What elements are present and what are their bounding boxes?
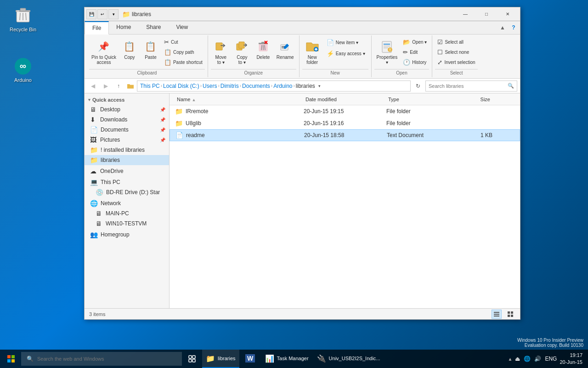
recycle-bin-label: Recycle Bin [10,27,36,32]
taskbar-app-word[interactable]: W [240,350,260,368]
desktop-icon-arduino[interactable]: ∞ Arduino [5,55,41,85]
quick-save-btn[interactable]: 💾 [86,9,96,19]
close-button[interactable]: ✕ [497,7,518,21]
edit-button[interactable]: ✏ Edit [401,47,429,57]
svg-rect-33 [494,314,499,315]
breadcrumb-bar[interactable]: This PC › Local Disk (C:) › Users › Dimi… [137,80,411,92]
col-header-date[interactable]: Date modified [304,97,386,102]
sidebar-section-homegroup: 👥 Homegroup [85,230,169,240]
tab-file[interactable]: File [85,21,109,34]
tray-volume-icon[interactable]: 🔊 [533,356,542,362]
copy-path-button[interactable]: 📋 Copy path [162,47,205,57]
sidebar-section-onedrive: ☁ OneDrive [85,166,169,176]
tray-language[interactable]: ENG [544,356,558,362]
paste-button[interactable]: 📋 Paste [141,37,161,62]
file-cell-irremote-date: 20-Jun-15 19:15 [304,108,386,115]
view-details-button[interactable] [492,310,502,319]
taskbar-app-usb[interactable]: 🔌 Univ_USB2I2S_Indic... [313,350,384,368]
pin-to-quick-access-button[interactable]: 📌 Pin to Quick access [89,37,119,67]
organize-items: Move to ▾ Copy to ▾ [211,36,296,68]
tray-time[interactable]: 19:17 20-Jun-15 [560,352,582,366]
easy-access-button[interactable]: ⚡ Easy access ▾ [323,48,368,59]
taskbar-task-manager-icon: 📊 [265,354,274,363]
tray-expand-arrow[interactable]: ▲ [508,356,513,362]
file-row-u8glib[interactable]: 📁 U8glib 20-Jun-15 19:16 File folder [170,117,520,129]
view-large-icons-button[interactable] [505,310,515,319]
sidebar-desktop-label: Desktop [100,106,120,113]
history-button[interactable]: 🕐 History [401,58,429,67]
search-input[interactable] [429,83,506,89]
sidebar-item-onedrive[interactable]: ☁ OneDrive [85,166,169,176]
taskbar-app-task-manager[interactable]: 📊 Task Manager [261,350,312,368]
copy-button[interactable]: 📋 Copy [119,37,140,62]
copy-to-button[interactable]: Copy to ▾ [232,37,252,67]
breadcrumb-documents[interactable]: Documents [242,83,270,89]
sidebar-item-win10-testvm[interactable]: 🖥 WIN10-TESTVM [85,218,169,229]
tab-view[interactable]: View [169,21,196,34]
up-button[interactable]: ↑ [113,80,124,92]
file-row-irremote[interactable]: 📁 IRremote 20-Jun-15 19:15 File folder [170,105,520,117]
breadcrumb-this-pc[interactable]: This PC [140,83,160,89]
sidebar-item-documents[interactable]: 📄 Documents 📌 [85,125,169,135]
sidebar-item-this-pc[interactable]: 💻 This PC [85,177,169,187]
desktop-icon-recycle-bin[interactable]: Recycle Bin [5,5,41,34]
task-view-button[interactable] [183,350,201,368]
start-button[interactable] [2,350,20,368]
help-btn[interactable]: ? [509,23,518,32]
sidebar-item-downloads[interactable]: ⬇ Downloads 📌 [85,115,169,125]
rename-button[interactable]: Rename [274,37,296,62]
sidebar-item-network[interactable]: 🌐 Network [85,198,169,208]
col-header-type[interactable]: Type [386,97,455,102]
sidebar-header-quick-access[interactable]: ▾ Quick access [85,95,169,104]
new-item-button[interactable]: 📄 New item ▾ [323,37,368,48]
select-all-button[interactable]: ☑ Select all [435,37,477,47]
select-none-button[interactable]: ☐ Select none [435,47,477,57]
address-bar: ◀ ▶ ↑ This PC › Local Disk (C:) › Users … [85,79,520,93]
refresh-button[interactable]: ↻ [413,80,424,92]
quick-undo-btn[interactable]: ↩ [97,9,107,19]
sidebar-item-bd-drive[interactable]: 💿 BD-RE Drive (D:) Star [85,187,169,197]
breadcrumb-libraries[interactable]: libraries [296,83,315,89]
sidebar-section-quick-access: ▾ Quick access 🖥 Desktop 📌 ⬇ Downloads 📌… [85,95,169,165]
breadcrumb-local-disk[interactable]: Local Disk (C:) [163,83,199,89]
sidebar-item-pictures[interactable]: 🖼 Pictures 📌 [85,135,169,145]
new-folder-button[interactable]: New folder [302,37,322,67]
breadcrumb-dropdown[interactable]: ▾ [316,80,323,92]
search-icon[interactable]: 🔍 [508,83,514,89]
file-cell-irremote-name: 📁 IRremote [175,108,304,115]
back-button[interactable]: ◀ [87,80,98,92]
sidebar-item-libraries[interactable]: 📁 libraries [85,155,169,165]
move-to-button[interactable]: Move to ▾ [211,37,231,67]
col-header-name[interactable]: Name ▲ [175,97,304,102]
delete-button[interactable]: Delete [253,37,273,62]
open-button[interactable]: 📂 Open ▾ [401,37,429,47]
taskbar-search-input[interactable] [37,356,157,362]
tab-home[interactable]: Home [109,21,139,34]
breadcrumb-arduino[interactable]: Arduino [273,83,292,89]
forward-button[interactable]: ▶ [100,80,111,92]
taskbar-app-libraries[interactable]: 📁 libraries [202,350,239,368]
search-bar[interactable]: 🔍 [425,80,517,92]
sidebar-item-installed-libraries[interactable]: 📁 ! installed libraries [85,145,169,155]
organize-label: Organize [211,69,296,76]
quick-menu-btn[interactable]: ▾ [108,9,119,19]
file-row-readme[interactable]: 📄 readme 20-Jun-15 18:58 Text Document 1… [170,129,520,141]
tray-usb-icon[interactable]: ⏏ [514,356,521,362]
ribbon-collapse-btn[interactable]: ▲ [498,23,507,32]
edit-icon: ✏ [403,49,408,56]
maximize-button[interactable]: □ [476,7,497,21]
sidebar-item-homegroup[interactable]: 👥 Homegroup [85,230,169,240]
taskbar-search-bar[interactable]: 🔍 [21,352,182,366]
paste-shortcut-button[interactable]: 📋 Paste shortcut [162,58,205,67]
breadcrumb-dimitris[interactable]: Dimitris [220,83,239,89]
tab-share[interactable]: Share [139,21,169,34]
cut-button[interactable]: ✂ Cut [162,37,205,47]
sidebar-item-desktop[interactable]: 🖥 Desktop 📌 [85,104,169,115]
minimize-button[interactable]: — [455,7,476,21]
col-header-size[interactable]: Size [455,97,492,102]
invert-selection-button[interactable]: ⤢ Invert selection [435,58,477,67]
properties-button[interactable]: Properties ▾ [374,37,400,67]
sidebar-item-main-pc[interactable]: 🖥 MAIN-PC [85,208,169,218]
tray-network-icon[interactable]: 🌐 [523,356,531,362]
breadcrumb-users[interactable]: Users [203,83,217,89]
